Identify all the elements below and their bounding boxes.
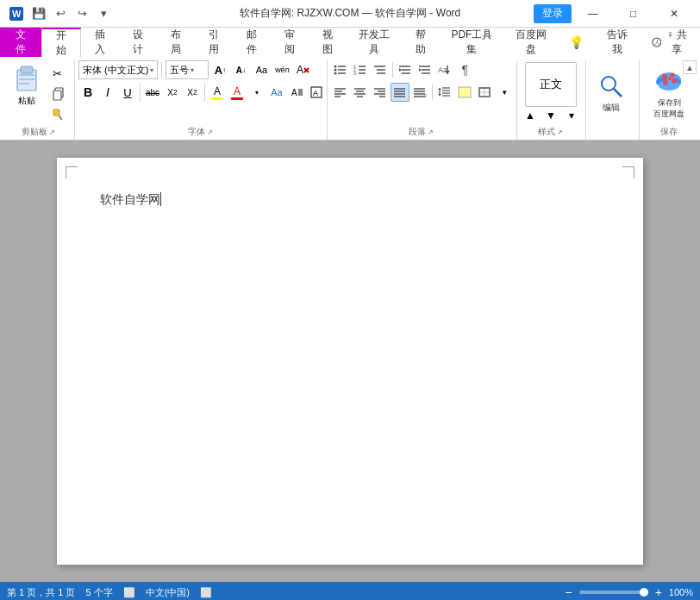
tab-help[interactable]: 帮助: [402, 28, 440, 57]
tab-review[interactable]: 审阅: [271, 28, 309, 57]
text-effect-button[interactable]: Aa: [267, 83, 286, 102]
close-button[interactable]: ✕: [654, 2, 693, 26]
numbering-button[interactable]: 1.2.3.: [351, 60, 370, 79]
login-button[interactable]: 登录: [534, 4, 572, 23]
customize-quick-btn[interactable]: ▾: [94, 4, 113, 23]
word-icon-button[interactable]: W: [7, 4, 26, 23]
clipboard-label: 剪贴板 ↗: [7, 124, 69, 140]
italic-button[interactable]: I: [98, 83, 117, 102]
layout-icon[interactable]: ⬜: [200, 587, 212, 598]
tab-view[interactable]: 视图: [309, 28, 347, 57]
align-left-button[interactable]: [331, 83, 350, 102]
svg-point-21: [334, 66, 337, 68]
svg-text:3.: 3.: [353, 71, 357, 76]
paragraph-expand-icon[interactable]: ↗: [428, 128, 434, 136]
font-expand-icon[interactable]: ↗: [207, 128, 213, 136]
paragraph-expand[interactable]: ▼: [495, 83, 514, 102]
align-right-button[interactable]: [371, 83, 390, 102]
paste-button[interactable]: 粘贴: [7, 60, 47, 109]
bullets-button[interactable]: [331, 60, 350, 79]
styles-scroll-up[interactable]: ▲: [521, 109, 540, 122]
zoom-slider[interactable]: [579, 591, 648, 594]
font-color-button[interactable]: A: [228, 83, 247, 102]
tab-share[interactable]: 人 ♀ 共享: [641, 28, 700, 57]
svg-rect-7: [19, 78, 34, 80]
font-selectors-row: 宋体 (中文正文) ▾ 五号 ▾ A↑ A↓ Aa wén: [78, 60, 312, 79]
tab-tellme[interactable]: 告诉我: [594, 28, 641, 57]
change-case-button[interactable]: Aa: [252, 60, 271, 79]
tab-file[interactable]: 文件: [0, 28, 41, 57]
tab-pdf[interactable]: PDF工具集: [440, 28, 503, 57]
page-corner-tr: [622, 166, 634, 178]
underline-button[interactable]: U: [118, 83, 137, 102]
strikethrough-button[interactable]: abc: [143, 83, 162, 102]
increase-indent-button[interactable]: [416, 60, 434, 79]
tab-dev[interactable]: 开发工具: [347, 28, 402, 57]
svg-point-88: [672, 78, 677, 84]
styles-expand-icon[interactable]: ↗: [557, 128, 563, 136]
save-quick-btn[interactable]: 💾: [29, 4, 48, 23]
char-shading-button[interactable]: A: [287, 83, 306, 102]
superscript-button[interactable]: X2: [183, 83, 202, 102]
shading-button[interactable]: [455, 83, 474, 102]
clipboard-group-content: 粘贴 ✂: [7, 60, 69, 124]
font-format-row: B I U abc X2 X2 A A ▾: [78, 83, 326, 102]
tab-insert[interactable]: 插入: [81, 28, 119, 57]
document-content[interactable]: 软件自学网: [100, 192, 600, 365]
char-border-button[interactable]: A: [307, 83, 326, 102]
font-size-selector[interactable]: 五号 ▾: [166, 60, 209, 79]
justify-button[interactable]: [391, 83, 409, 102]
cut-button[interactable]: ✂: [48, 64, 69, 83]
styles-gallery[interactable]: 正文: [525, 62, 577, 107]
svg-point-90: [668, 77, 672, 80]
distribute-button[interactable]: ≡: [410, 83, 429, 102]
zoom-in-button[interactable]: +: [655, 585, 662, 599]
tab-references[interactable]: 引用: [195, 28, 233, 57]
show-marks-button[interactable]: ¶: [455, 60, 474, 79]
zoom-out-button[interactable]: −: [565, 585, 572, 599]
tab-design[interactable]: 设计: [119, 28, 157, 57]
clear-format-button[interactable]: A: [293, 60, 312, 79]
font-color-dropdown[interactable]: ▾: [247, 83, 266, 102]
decrease-font-size-button[interactable]: A↓: [231, 60, 250, 79]
styles-scroll-down[interactable]: ▼: [541, 109, 560, 122]
save-group-label: 保存: [643, 124, 695, 140]
tab-baidu[interactable]: 百度网盘: [503, 28, 559, 57]
multilevel-list-button[interactable]: [371, 60, 390, 79]
zoom-slider-thumb[interactable]: [640, 588, 648, 597]
decrease-indent-button[interactable]: [396, 60, 415, 79]
minimize-button[interactable]: —: [573, 2, 612, 26]
svg-point-87: [671, 73, 675, 78]
format-paint-button[interactable]: [48, 105, 69, 124]
text-highlight-button[interactable]: A: [208, 83, 227, 102]
maximize-button[interactable]: □: [614, 2, 653, 26]
status-bar: 第 1 页，共 1 页 5 个字 ⬜ 中文(中国) ⬜ − + 100%: [0, 582, 700, 600]
font-name-dropdown-icon: ▾: [150, 66, 153, 74]
ribbon-collapse-button[interactable]: ▲: [683, 60, 697, 74]
undo-quick-btn[interactable]: ↩: [51, 4, 70, 23]
font-name-selector[interactable]: 宋体 (中文正文) ▾: [78, 60, 158, 79]
tab-mail[interactable]: 邮件: [233, 28, 271, 57]
styles-more[interactable]: ▾: [562, 109, 581, 122]
tab-home[interactable]: 开始: [41, 28, 81, 57]
subscript-button[interactable]: X2: [163, 83, 182, 102]
redo-quick-btn[interactable]: ↪: [72, 4, 91, 23]
line-spacing-button[interactable]: [435, 83, 454, 102]
zoom-percent: 100%: [669, 587, 693, 597]
clipboard-expand-icon[interactable]: ↗: [49, 128, 55, 136]
copy-button[interactable]: [48, 84, 69, 103]
editing-button[interactable]: 编辑: [590, 65, 634, 122]
border-button[interactable]: [475, 83, 494, 102]
bold-button[interactable]: B: [78, 83, 97, 102]
doc-check-icon[interactable]: ⬜: [123, 587, 135, 598]
word-count: 5 个字: [85, 586, 112, 599]
tab-layout[interactable]: 布局: [157, 28, 195, 57]
styles-selector-container: 正文 ▲ ▼ ▾: [521, 62, 581, 122]
sort-button[interactable]: AZ: [435, 60, 454, 79]
increase-font-size-button[interactable]: A↑: [210, 60, 229, 79]
phonetic-guide-button[interactable]: wén: [272, 60, 291, 79]
page-info: 第 1 页，共 1 页: [7, 586, 75, 599]
document-page[interactable]: 软件自学网: [57, 158, 643, 565]
align-center-button[interactable]: [351, 83, 370, 102]
tab-lamp[interactable]: 💡: [559, 28, 594, 57]
